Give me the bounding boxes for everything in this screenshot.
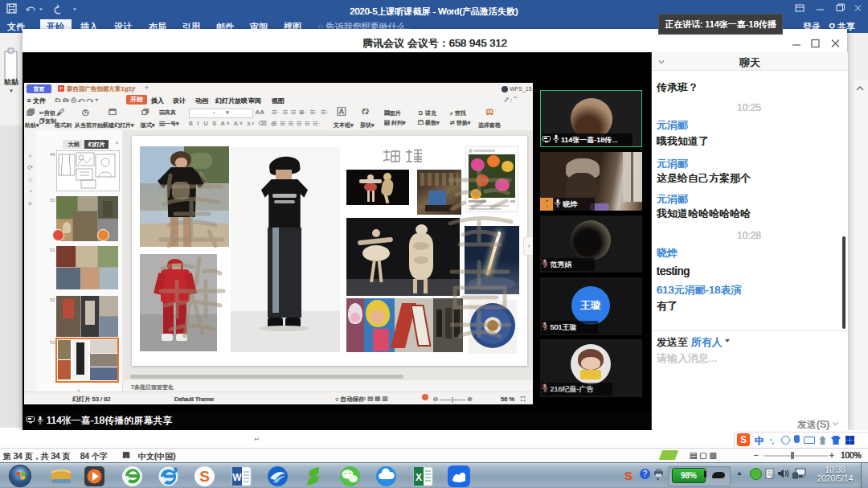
svg-text:X: X	[416, 472, 422, 483]
svg-text:S: S	[199, 468, 210, 485]
svg-text:W: W	[232, 472, 242, 483]
